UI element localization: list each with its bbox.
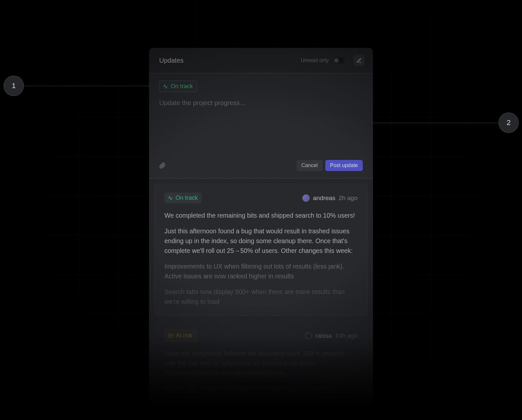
at-risk-icon xyxy=(168,333,173,338)
update-input[interactable]: Update the project progress… xyxy=(159,99,363,151)
callout-leader-1 xyxy=(23,86,149,86)
activity-icon xyxy=(168,195,173,201)
unread-only-label: Unread only xyxy=(301,57,329,63)
status-label: On track xyxy=(171,83,193,90)
attach-button[interactable] xyxy=(159,162,166,169)
panel-title: Updates xyxy=(159,57,184,64)
timestamp: 2h ago xyxy=(339,194,358,202)
update-card[interactable]: On track andreas 2h ago We completed the… xyxy=(154,184,368,316)
update-meta: raissa 14h ago xyxy=(305,332,358,339)
compose-area: On track Update the project progress… Ca… xyxy=(149,73,373,179)
author-name: andreas xyxy=(313,194,335,202)
editor-footer: Cancel Post update xyxy=(149,157,373,178)
update-paragraph: Search tabs now display 500+ when there … xyxy=(164,287,358,306)
status-label: On track xyxy=(176,194,198,201)
update-paragraph: Just this afternoon found a bug that wou… xyxy=(164,226,358,256)
status-badge: At risk xyxy=(164,330,196,341)
panel-header: Updates Unread only xyxy=(149,48,373,73)
author-name: raissa xyxy=(315,332,332,339)
update-card[interactable]: At risk raissa 14h ago Have not complete… xyxy=(154,321,368,403)
status-badge: On track xyxy=(164,193,202,203)
header-divider xyxy=(348,57,349,64)
avatar xyxy=(302,194,310,202)
header-actions: Unread only xyxy=(301,55,364,66)
update-meta: andreas 2h ago xyxy=(302,194,358,202)
timestamp: 14h ago xyxy=(335,332,358,339)
callout-marker-2: 2 xyxy=(499,113,519,133)
update-paragraph: Have not completely finished the decorat… xyxy=(164,349,358,378)
paperclip-icon xyxy=(159,162,166,169)
status-selector[interactable]: On track xyxy=(159,81,197,92)
update-paragraph: Will be able to start invite flow and fr… xyxy=(164,384,358,394)
callout-label: 1 xyxy=(12,82,16,90)
callout-label: 2 xyxy=(507,118,511,127)
unread-only-toggle[interactable] xyxy=(333,57,344,63)
post-update-button[interactable]: Post update xyxy=(325,160,363,171)
callout-marker-1: 1 xyxy=(4,76,24,96)
activity-icon xyxy=(163,84,168,89)
update-paragraph: We completed the remaining bits and ship… xyxy=(164,210,358,220)
avatar xyxy=(305,332,312,339)
update-paragraph: Improvements to UX when filtering out lo… xyxy=(164,261,358,281)
updates-feed: On track andreas 2h ago We completed the… xyxy=(149,179,373,408)
callout-leader-2 xyxy=(373,123,499,123)
compose-button[interactable] xyxy=(353,55,364,66)
compose-icon xyxy=(356,58,362,63)
cancel-button[interactable]: Cancel xyxy=(297,160,323,171)
status-label: At risk xyxy=(176,332,192,339)
updates-panel: Updates Unread only On track Update the … xyxy=(149,48,373,408)
